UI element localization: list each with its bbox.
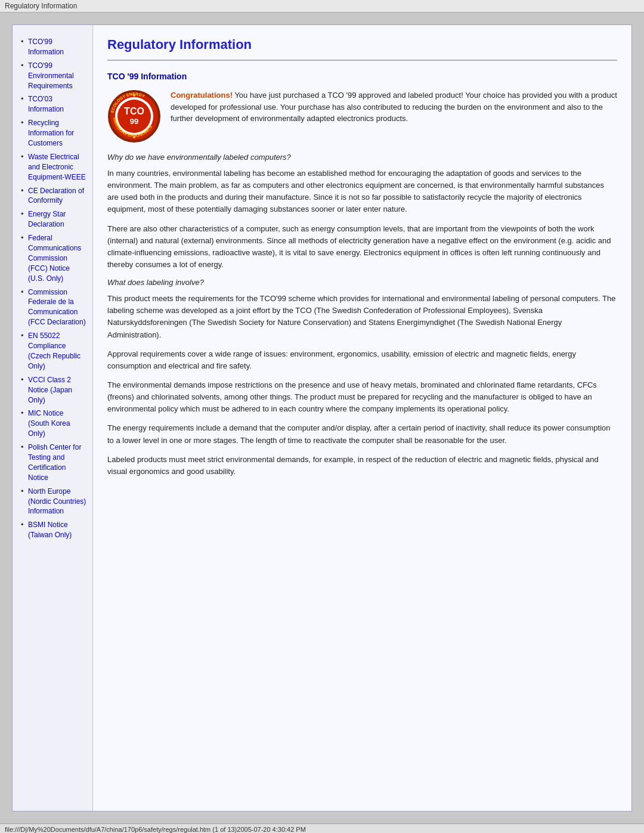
sidebar-link-tco99[interactable]: TCO'99 Information <box>28 38 64 56</box>
svg-text:99: 99 <box>130 117 138 126</box>
congrats-label: Congratulations! <box>171 91 233 100</box>
tco-intro-block: TCO 99 ECOLOGY ENERGY EMISSIONS ERGONOMI… <box>107 89 617 143</box>
page-title: Regulatory Information <box>107 37 617 52</box>
para-3: This product meets the requirements for … <box>107 293 617 341</box>
sidebar-item: EN 55022 Compliance (Czech Republic Only… <box>21 331 86 371</box>
status-bar-text: file:///D|/My%20Documents/dfu/A7/china/1… <box>5 826 306 833</box>
sidebar-link-fcc2[interactable]: Commission Federale de la Communication … <box>28 288 86 327</box>
page-content: TCO'99 Information TCO'99 Environmental … <box>12 24 632 812</box>
sidebar-link-ce[interactable]: CE Declaration of Conformity <box>28 187 84 205</box>
sidebar-link-fcc[interactable]: Federal Communications Commission (FCC) … <box>28 234 81 283</box>
tco-intro-body: You have just purchased a TCO '99 approv… <box>171 91 617 123</box>
sidebar-item: Federal Communications Commission (FCC) … <box>21 233 86 283</box>
sidebar-link-en55022[interactable]: EN 55022 Compliance (Czech Republic Only… <box>28 332 80 370</box>
sidebar-link-mic[interactable]: MIC Notice (South Korea Only) <box>28 409 70 438</box>
sidebar-link-energystar[interactable]: Energy Star Declaration <box>28 210 66 228</box>
para-5: The environmental demands impose restric… <box>107 379 617 415</box>
sidebar-item: TCO'99 Information <box>21 37 86 57</box>
para-4: Approval requirements cover a wide range… <box>107 348 617 372</box>
sidebar-item: Polish Center for Testing and Certificat… <box>21 442 86 483</box>
sidebar-link-tco99env[interactable]: TCO'99 Environmental Requirements <box>28 61 74 90</box>
page-wrapper: TCO'99 Information TCO'99 Environmental … <box>0 13 644 823</box>
divider <box>107 60 617 61</box>
sidebar-item: CE Declaration of Conformity <box>21 186 86 206</box>
svg-point-9 <box>133 136 135 138</box>
para-1: In many countries, environmental labelin… <box>107 168 617 216</box>
svg-text:TCO: TCO <box>124 106 144 116</box>
para-7: Labeled products must meet strict enviro… <box>107 454 617 478</box>
sidebar-link-nordic[interactable]: North Europe (Nordic Countries) Informat… <box>28 487 86 516</box>
sidebar-link-vcci[interactable]: VCCI Class 2 Notice (Japan Only) <box>28 376 72 404</box>
tco-intro-text: Congratulations! You have just purchased… <box>171 89 617 125</box>
svg-point-3 <box>117 100 151 133</box>
sidebar-link-recycling[interactable]: Recycling Information for Customers <box>28 119 74 147</box>
sidebar-link-polish[interactable]: Polish Center for Testing and Certificat… <box>28 443 81 482</box>
sidebar-item: Recycling Information for Customers <box>21 118 86 148</box>
para-2: There are also other characteristics of … <box>107 223 617 271</box>
status-bar: file:///D|/My%20Documents/dfu/A7/china/1… <box>0 823 644 833</box>
section-title-tco99: TCO '99 Information <box>107 72 617 81</box>
sidebar: TCO'99 Information TCO'99 Environmental … <box>13 25 93 811</box>
sidebar-item: TCO'03 Information <box>21 94 86 114</box>
sidebar-link-tco03[interactable]: TCO'03 Information <box>28 95 64 113</box>
sidebar-link-weee[interactable]: Waste Electrical and Electronic Equipmen… <box>28 153 86 181</box>
heading-labeling: What does labeling involve? <box>107 278 617 287</box>
tco-logo: TCO 99 ECOLOGY ENERGY EMISSIONS ERGONOMI… <box>107 89 161 143</box>
para-6: The energy requirements include a demand… <box>107 422 617 446</box>
sidebar-item: TCO'99 Environmental Requirements <box>21 61 86 91</box>
title-bar-text: Regulatory Information <box>5 2 77 10</box>
sidebar-item: Commission Federale de la Communication … <box>21 287 86 328</box>
sidebar-item: North Europe (Nordic Countries) Informat… <box>21 487 86 517</box>
sidebar-item: BSMI Notice (Taiwan Only) <box>21 520 86 540</box>
main-content-area: Regulatory Information TCO '99 Informati… <box>93 25 631 811</box>
sidebar-item: Waste Electrical and Electronic Equipmen… <box>21 152 86 182</box>
sidebar-nav: TCO'99 Information TCO'99 Environmental … <box>21 37 86 540</box>
sidebar-item: VCCI Class 2 Notice (Japan Only) <box>21 375 86 405</box>
heading-why: Why do we have environmentally labeled c… <box>107 153 617 162</box>
svg-point-8 <box>133 94 135 97</box>
sidebar-item: Energy Star Declaration <box>21 209 86 230</box>
sidebar-item: MIC Notice (South Korea Only) <box>21 408 86 439</box>
sidebar-link-bsmi[interactable]: BSMI Notice (Taiwan Only) <box>28 521 72 539</box>
title-bar: Regulatory Information <box>0 0 644 13</box>
